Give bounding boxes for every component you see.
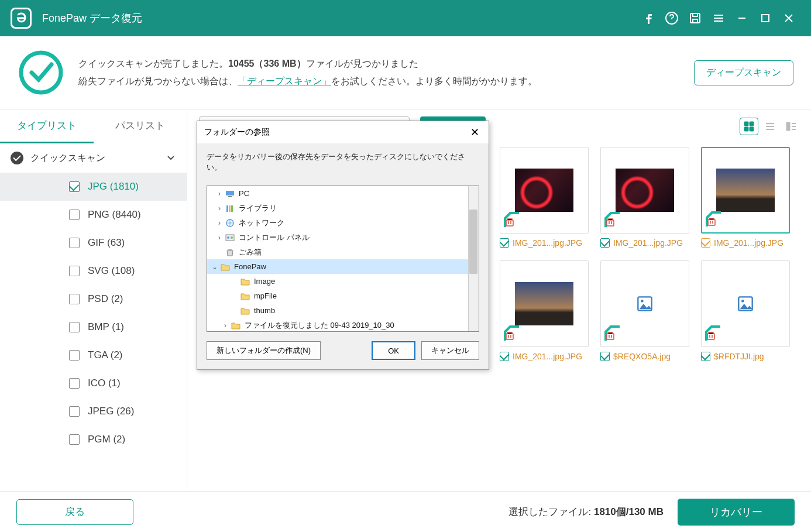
folder-tree-row[interactable]: ›コントロール パネル [207,230,479,245]
sidebar-item-4[interactable]: PSD (2) [0,285,187,313]
net-icon [225,218,235,228]
sidebar: タイプリスト パスリスト クイックスキャン JPG (1810)PNG (844… [0,109,187,492]
view-detail-icon[interactable] [782,118,800,135]
app-title: FonePaw データ復元 [42,11,142,25]
delete-badge-icon [604,212,620,227]
expand-icon[interactable]: › [215,219,224,227]
checkbox[interactable] [69,378,80,389]
menu-icon[interactable] [707,6,730,30]
thumb-checkbox[interactable] [600,352,610,361]
thumb-filename: IMG_201...jpg.JPG [513,352,582,361]
delete-badge-icon [604,325,620,341]
checkbox[interactable] [69,181,80,192]
expand-icon[interactable]: › [215,234,224,242]
expand-icon[interactable]: › [215,190,224,198]
thumb-checkbox[interactable] [600,238,610,248]
dialog-subtitle: データをリカバリー後の保存先をデータを失ったディスクにしないでください。 [197,143,489,181]
cancel-button[interactable]: キャンセル [421,341,479,360]
folder-tree-row[interactable]: ›ネットワーク [207,215,479,230]
svg-rect-37 [229,205,231,212]
svg-rect-8 [750,127,754,131]
thumbnail-item[interactable]: IMG_201...jpg.JPG [500,147,592,248]
deep-scan-button[interactable]: ディープスキャン [694,60,793,85]
thumbnail-item[interactable]: $REQXO5A.jpg [600,260,693,361]
thumbnail-item[interactable]: IMG_201...jpg.JPG [500,260,592,361]
folder-tree-row[interactable]: mpFile [207,289,479,303]
svg-point-32 [741,300,744,303]
thumb-checkbox[interactable] [500,238,509,248]
sidebar-item-6[interactable]: TGA (2) [0,341,187,369]
scan-banner: クイックスキャンが完了しました。10455（336 MB）ファイルが見つかりまし… [0,36,811,109]
minimize-icon[interactable] [730,6,754,30]
pc-icon [225,189,235,198]
check-circle-icon [18,49,64,96]
sidebar-item-2[interactable]: GIF (63) [0,229,187,257]
sidebar-item-3[interactable]: SVG (108) [0,257,187,285]
folder-tree-row[interactable]: ⌄FonePaw [207,259,479,274]
save-icon[interactable] [683,6,707,30]
dialog-close-icon[interactable]: ✕ [468,126,482,139]
deep-scan-link[interactable]: 「ディープスキャン」 [238,76,331,86]
chevron-down-icon [166,153,176,163]
svg-rect-36 [226,205,228,212]
delete-badge-icon [504,212,519,227]
checkbox[interactable] [69,266,80,276]
view-list-icon[interactable] [761,118,779,135]
thumbnail-item[interactable]: IMG_201...jpg.JPG [600,147,693,248]
check-icon [11,152,23,164]
selection-info: 選択したファイル: 1810個/130 MB [508,505,664,519]
folder-tree[interactable]: ›PC›ライブラリ›ネットワーク›コントロール パネルごみ箱⌄FonePawIm… [207,186,479,332]
footer: 戻る 選択したファイル: 1810個/130 MB リカバリー [0,491,811,532]
svg-rect-33 [707,334,714,339]
new-folder-button[interactable]: 新しいフォルダーの作成(N) [207,341,321,360]
folder-icon [240,291,250,301]
checkbox[interactable] [69,210,80,220]
folder-tree-row[interactable]: ›ライブラリ [207,201,479,215]
checkbox[interactable] [69,350,80,361]
sidebar-item-8[interactable]: JPEG (26) [0,397,187,425]
svg-rect-5 [744,122,748,126]
folder-tree-row[interactable]: ごみ箱 [207,245,479,259]
maximize-icon[interactable] [754,6,777,30]
checkbox[interactable] [69,434,80,445]
svg-point-29 [641,300,644,303]
ok-button[interactable]: OK [372,341,415,360]
scan-group-header[interactable]: クイックスキャン [0,143,187,173]
sidebar-item-1[interactable]: PNG (8440) [0,201,187,229]
sidebar-item-7[interactable]: ICO (1) [0,369,187,397]
sidebar-item-9[interactable]: PGM (2) [0,425,187,454]
svg-rect-35 [228,196,232,197]
expand-icon[interactable]: › [215,204,224,212]
checkbox[interactable] [69,406,80,417]
tab-type-list[interactable]: タイプリスト [0,109,94,143]
thumb-filename: IMG_201...jpg.JPG [714,238,783,248]
facebook-icon[interactable] [637,6,660,30]
recover-button[interactable]: リカバリー [678,499,795,526]
thumbnail-item[interactable]: $RFDTJJI.jpg [701,260,793,361]
sidebar-item-0[interactable]: JPG (1810) [0,173,187,201]
checkbox[interactable] [69,322,80,332]
svg-point-42 [231,236,233,239]
svg-rect-30 [607,334,614,339]
folder-tree-row[interactable]: thumb [207,303,479,318]
checkbox[interactable] [69,238,80,248]
checkbox[interactable] [69,294,80,304]
help-icon[interactable] [660,6,683,30]
thumb-checkbox[interactable] [500,352,509,361]
back-button[interactable]: 戻る [16,499,133,525]
image-placeholder-icon [737,296,754,312]
thumb-checkbox[interactable] [701,352,710,361]
expand-icon[interactable]: › [221,321,229,330]
folder-tree-row[interactable]: Image [207,274,479,289]
folder-tree-row[interactable]: ›ファイルを復元しました 09-43 2019_10_30 [207,318,479,332]
close-icon[interactable] [777,6,800,30]
tab-path-list[interactable]: パスリスト [94,109,187,143]
thumbnail-item[interactable]: IMG_201...jpg.JPG [701,147,793,248]
thumb-checkbox[interactable] [701,238,710,248]
scrollbar[interactable] [468,186,479,331]
view-grid-icon[interactable] [740,118,758,135]
sidebar-item-5[interactable]: BMP (1) [0,313,187,341]
svg-rect-7 [744,127,748,131]
expand-icon[interactable]: ⌄ [211,263,219,271]
folder-tree-row[interactable]: ›PC [207,186,479,201]
